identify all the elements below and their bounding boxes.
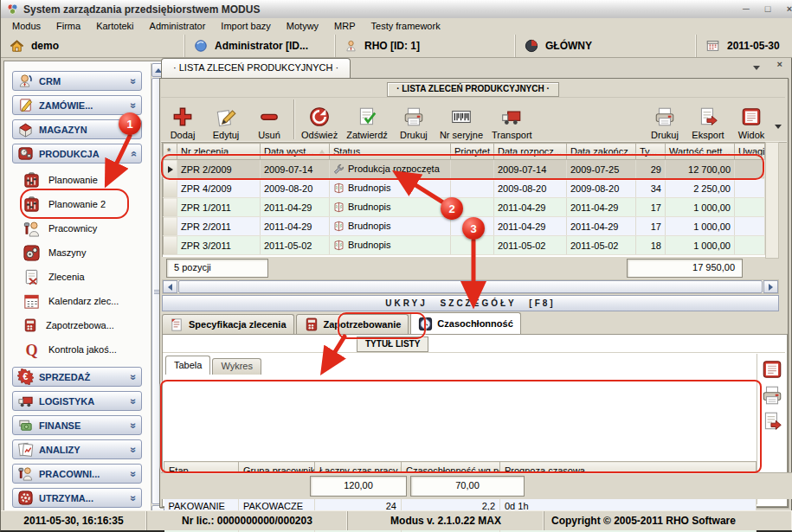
cell-rozpocz: 2011-04-29 bbox=[494, 217, 567, 236]
menu-testy-framework[interactable]: Testy framework bbox=[364, 19, 448, 34]
calendar-icon bbox=[23, 292, 41, 311]
sidebar-group-produkcja[interactable]: PRODUKCJA» bbox=[12, 144, 142, 163]
sidebar-group-zam-wie[interactable]: ZAMÓWIE...» bbox=[12, 95, 142, 115]
sidebar-item-zapotrzebowa[interactable]: Zapotrzebowa... bbox=[12, 313, 133, 337]
info-section-demo[interactable]: demo bbox=[1, 35, 185, 57]
sidebar-item-maszyny[interactable]: Maszyny bbox=[12, 240, 133, 265]
subtab-tabela[interactable]: Tabela bbox=[165, 356, 210, 375]
cell-wartosc: 1 000,00 bbox=[666, 217, 735, 236]
toolbar-edytuj-button[interactable]: Edytuj bbox=[204, 97, 248, 142]
detail-tabs: Specyfikacja zleceniaZapotrzebowanieCzas… bbox=[162, 313, 521, 334]
detail-tab-zapotrzebowanie[interactable]: Zapotrzebowanie bbox=[296, 314, 409, 334]
detail-tool-print-button[interactable] bbox=[762, 385, 782, 406]
cell-ty: 34 bbox=[636, 179, 666, 198]
column-header-data-rozpocz[interactable]: Data rozpocz... bbox=[494, 144, 567, 160]
sidebar-group-finanse[interactable]: FINANSE» bbox=[12, 415, 142, 435]
sidebar-group-logistyka[interactable]: LOGISTYKA» bbox=[12, 391, 142, 411]
orders-horizontal-scrollbar[interactable] bbox=[162, 279, 779, 294]
chevron-up-icon: » bbox=[128, 151, 140, 157]
sidebar-group-pracowni[interactable]: PRACOWNI...» bbox=[12, 464, 142, 484]
toolbar-zatwierd-button[interactable]: Zatwierdź bbox=[342, 97, 392, 142]
toolbar-right-widok-button[interactable]: Widok bbox=[730, 97, 773, 142]
column-header-data-zako-cz[interactable]: Data zakończ... bbox=[567, 144, 636, 160]
orders-vertical-scrollbar[interactable] bbox=[765, 142, 779, 259]
column-header-warto-nett[interactable]: Wartość nett... bbox=[666, 144, 735, 160]
detail-tool-view-button[interactable] bbox=[762, 359, 782, 380]
row-selector[interactable] bbox=[164, 179, 177, 198]
order-row-zpr-1-2011[interactable]: ZPR 1/20112011-04-29Brudnopis2011-04-292… bbox=[164, 198, 765, 217]
tab-close-icon[interactable]: × bbox=[777, 59, 782, 69]
sidebar-item-planowanie-2[interactable]: Planowanie 2 bbox=[12, 192, 133, 216]
column-header-status[interactable]: Status bbox=[330, 144, 451, 160]
toolbar-drukuj-button[interactable]: Drukuj bbox=[392, 97, 435, 142]
row-selector[interactable] bbox=[164, 217, 177, 236]
info-section-g-wny[interactable]: GŁÓWNY bbox=[516, 35, 697, 57]
add-icon bbox=[171, 105, 194, 129]
toolbar-transport-button[interactable]: Transport bbox=[487, 97, 537, 142]
tab-lista-zlecen[interactable]: · LISTA ZLECEŃ PRODUKCYJNYCH · bbox=[161, 58, 351, 78]
detail-tab-specyfikacja-zlecenia[interactable]: Specyfikacja zlecenia bbox=[162, 314, 294, 334]
company-icon bbox=[525, 39, 538, 53]
column-header-priorytet[interactable]: Priorytet bbox=[451, 144, 494, 160]
crm-icon bbox=[17, 73, 34, 89]
maximize-button[interactable]: □ bbox=[759, 3, 776, 16]
info-section-rho-id-1[interactable]: RHO [ID: 1] bbox=[336, 35, 516, 57]
minimize-button[interactable]: ─ bbox=[737, 3, 755, 16]
hide-details-button[interactable]: UKRYJ SZCZEGÓŁY [F8] bbox=[162, 295, 779, 311]
menu-kartoteki[interactable]: Kartoteki bbox=[88, 19, 141, 34]
close-button[interactable]: × bbox=[781, 3, 792, 16]
order-row-zpr-3-2011[interactable]: ZPR 3/20112011-05-02Brudnopis2011-05-022… bbox=[164, 236, 765, 255]
row-selector[interactable] bbox=[164, 160, 177, 179]
toolbar-dodaj-button[interactable]: Dodaj bbox=[161, 97, 204, 142]
sidebar-group-sprzeda[interactable]: €SPRZEDAŻ» bbox=[12, 367, 142, 387]
column-header-data-wyst[interactable]: Data wyst... bbox=[261, 144, 330, 160]
menu-motywy[interactable]: Motywy bbox=[279, 19, 326, 34]
toolbar-nr-seryjne-button[interactable]: Nr seryjne bbox=[435, 97, 487, 142]
detail-tab-czasoch-onno[interactable]: Czasochłonność bbox=[410, 312, 520, 334]
toolbar-overflow-icon[interactable] bbox=[775, 120, 782, 131]
row-selector[interactable] bbox=[164, 236, 177, 255]
subtab-wykres[interactable]: Wykres bbox=[212, 358, 261, 375]
sidebar-item-pracownicy[interactable]: Pracownicy bbox=[12, 216, 133, 240]
scroll-left-icon[interactable] bbox=[163, 280, 177, 293]
menu-modus[interactable]: Modus bbox=[4, 19, 48, 34]
toolbar-right-eksport-button[interactable]: Eksport bbox=[686, 97, 730, 142]
toolbar-usu-button[interactable]: Usuń bbox=[248, 97, 291, 142]
menu-mrp[interactable]: MRP bbox=[326, 19, 363, 34]
sidebar-item-kontrola-jako[interactable]: QKontrola jakoś... bbox=[12, 337, 133, 362]
detail-tool-export-button[interactable] bbox=[762, 411, 782, 432]
info-section-2011-05-30[interactable]: 2011-05-30 bbox=[697, 35, 792, 57]
column-header-nr-zlecenia[interactable]: Nr zlecenia bbox=[177, 144, 261, 160]
sidebar-group-utrzyma[interactable]: UTRZYMA...» bbox=[12, 488, 142, 508]
toolbar-right-drukuj-button[interactable]: Drukuj bbox=[643, 97, 686, 142]
info-section-administrator-id[interactable]: Administrator [ID... bbox=[185, 35, 336, 57]
column-header-ty[interactable]: Ty... bbox=[636, 144, 666, 160]
order-row-zpr-4-2009[interactable]: ZPR 4/20092009-08-20Brudnopis2009-08-202… bbox=[164, 179, 765, 198]
workers-icon bbox=[23, 220, 41, 238]
menu-firma[interactable]: Firma bbox=[48, 19, 88, 34]
sidebar-group-magazyn[interactable]: MAGAZYN» bbox=[12, 119, 142, 139]
tab-list-dropdown-icon[interactable] bbox=[753, 61, 760, 72]
info-bar: demoAdministrator [ID...RHO [ID: 1]GŁÓWN… bbox=[1, 35, 792, 58]
menu-administrator[interactable]: Administrator bbox=[142, 19, 214, 34]
scroll-right-icon[interactable] bbox=[763, 280, 778, 293]
menu-import-bazy[interactable]: Import bazy bbox=[213, 19, 278, 34]
export-icon bbox=[761, 410, 783, 433]
sidebar-item-kalendarz-zlec[interactable]: Kalendarz zlec... bbox=[12, 289, 133, 313]
cell-ty: 29 bbox=[636, 160, 666, 179]
hscroll-thumb[interactable] bbox=[178, 280, 763, 293]
order-row-zpr-2-2009[interactable]: ZPR 2/20092009-07-14Produkcja rozpoczęta… bbox=[164, 160, 765, 179]
cell-zakoncz: 2011-04-29 bbox=[567, 198, 636, 217]
chevron-down-icon: » bbox=[128, 126, 140, 132]
toolbar-od-wie-button[interactable]: Odśwież bbox=[297, 97, 342, 142]
info-label: demo bbox=[31, 40, 59, 52]
row-selector[interactable] bbox=[164, 198, 177, 217]
sidebar-item-planowanie[interactable]: Planowanie bbox=[12, 168, 133, 192]
order-row-zpr-2-2011[interactable]: ZPR 2/20112011-04-29Brudnopis2011-04-292… bbox=[164, 217, 765, 236]
button-label: Eksport bbox=[692, 130, 724, 140]
sidebar-group-analizy[interactable]: ANALIZY» bbox=[12, 439, 142, 459]
sidebar-item-zlecenia[interactable]: Zlecenia bbox=[12, 265, 133, 289]
column-header-uwagi[interactable]: Uwagi bbox=[735, 144, 765, 160]
sidebar-group-crm[interactable]: CRM» bbox=[12, 71, 142, 91]
cell-priorytet bbox=[451, 179, 494, 198]
